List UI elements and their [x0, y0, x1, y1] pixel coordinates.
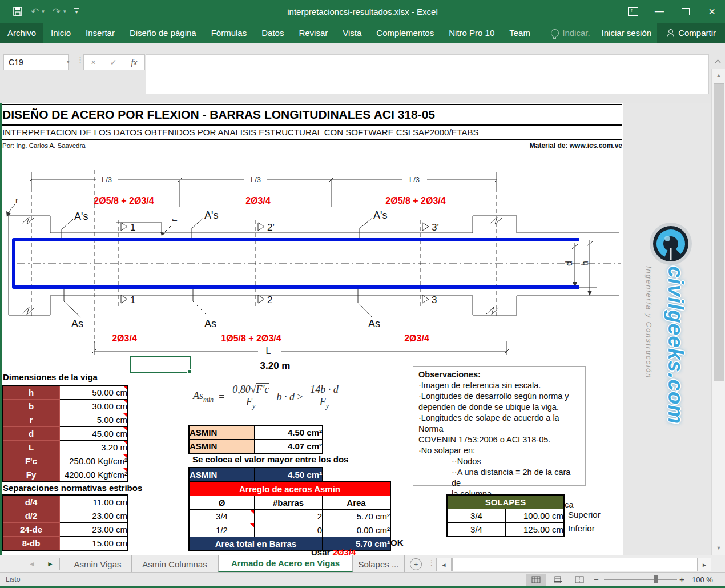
- selected-cell[interactable]: [130, 356, 191, 373]
- customize-qat-icon[interactable]: ▾: [74, 8, 79, 15]
- arreglo-diam[interactable]: 1/2: [189, 523, 255, 537]
- dim-key[interactable]: r: [2, 413, 60, 427]
- insert-function-icon[interactable]: fx: [131, 58, 138, 67]
- ribbon-tab-archivo[interactable]: Archivo: [0, 23, 43, 43]
- arreglo-area[interactable]: 5.70 cm²: [323, 510, 391, 523]
- dim-key[interactable]: b: [2, 400, 60, 413]
- arreglo-barras[interactable]: 2: [255, 510, 323, 523]
- sheet-tab-solapes[interactable]: Solapes ...: [353, 555, 405, 573]
- ribbon-tab-complementos[interactable]: Complementos: [369, 23, 441, 43]
- ribbon-tab-formulas[interactable]: Fórmulas: [204, 23, 255, 43]
- hscroll-right-icon[interactable]: ►: [698, 558, 711, 571]
- asmin-value[interactable]: 4.50 cm²: [255, 425, 323, 440]
- dim-key[interactable]: Fy: [2, 468, 60, 482]
- solapes-diam[interactable]: 3/4: [447, 509, 506, 523]
- sep-value[interactable]: 11.00 cm: [60, 495, 128, 509]
- ribbon-tab-revisar[interactable]: Revisar: [291, 23, 335, 43]
- zoom-out-icon[interactable]: −: [594, 574, 599, 584]
- close-button[interactable]: ×: [699, 0, 725, 23]
- author-label: Por: Ing. Carlos A. Saavedra: [2, 142, 86, 149]
- vertical-scroll-thumb[interactable]: [714, 83, 724, 381]
- maximize-button[interactable]: [672, 0, 699, 23]
- minimize-button[interactable]: —: [646, 0, 672, 23]
- sep-key[interactable]: 8-db: [2, 537, 60, 551]
- sep-key[interactable]: d/2: [2, 509, 60, 523]
- zoom-slider-thumb[interactable]: [654, 575, 658, 583]
- dim-value[interactable]: 5.00 cm: [60, 413, 128, 427]
- sheet-tab-asmin-vigas[interactable]: Asmin Vigas: [64, 555, 132, 573]
- sep-value[interactable]: 23.00 cm: [60, 523, 128, 537]
- cancel-icon[interactable]: ×: [91, 58, 96, 67]
- sheet-nav-right-icon[interactable]: ►: [47, 560, 54, 568]
- solapes-length[interactable]: 125.00 cm: [506, 523, 565, 537]
- ribbon-tab-diseno[interactable]: Diseño de página: [122, 23, 204, 43]
- ribbon-tab-datos[interactable]: Datos: [254, 23, 291, 43]
- redo-caret-icon[interactable]: ▾: [63, 9, 66, 14]
- dim-key[interactable]: d: [2, 427, 60, 441]
- ribbon-tab-inicio[interactable]: Inicio: [43, 23, 78, 43]
- sign-in-button[interactable]: Iniciar sesión: [596, 23, 658, 43]
- zoom-in-icon[interactable]: +: [679, 574, 684, 584]
- asmin-key[interactable]: ASMIN: [189, 425, 255, 440]
- arreglo-diam[interactable]: 3/4: [189, 510, 255, 523]
- formula-bar-collapse-button[interactable]: [711, 55, 724, 67]
- name-box-caret-icon[interactable]: ▾: [67, 59, 70, 65]
- new-sheet-icon[interactable]: +: [410, 558, 422, 570]
- arreglo-header-diam[interactable]: Ø: [189, 496, 255, 510]
- obs-line: ·Longitudes de solape de acuerdo a la No…: [418, 413, 580, 434]
- ribbon-display-options-button[interactable]: [620, 0, 646, 23]
- zoom-slider[interactable]: [604, 579, 677, 580]
- undo-icon[interactable]: ↶: [31, 7, 39, 17]
- name-box[interactable]: C19: [3, 54, 69, 70]
- sheet-tab-armado-acero[interactable]: Armado de Acero en Vigas: [218, 555, 353, 573]
- dim-key[interactable]: L: [2, 441, 60, 454]
- redo-icon[interactable]: ↷: [53, 7, 61, 17]
- scroll-down-icon[interactable]: ▼: [712, 542, 725, 554]
- dim-key[interactable]: h: [2, 385, 60, 400]
- dim-value[interactable]: 30.00 cm: [60, 400, 128, 413]
- sheet-tab-asmin-columnas[interactable]: Asmin Columnas: [132, 555, 218, 573]
- undo-caret-icon[interactable]: ▾: [42, 9, 45, 14]
- arreglo-header-barras[interactable]: #barras: [255, 496, 323, 510]
- dim-value[interactable]: 250.00 Kgf/cm²: [60, 454, 128, 468]
- sheet-nav-left-icon[interactable]: ◄: [29, 560, 35, 568]
- sep-key[interactable]: 24-de: [2, 523, 60, 537]
- ribbon-tab-nitro[interactable]: Nitro Pro 10: [441, 23, 502, 43]
- asmin-value[interactable]: 4.07 cm²: [255, 440, 323, 454]
- arreglo-header-area[interactable]: Area: [323, 496, 391, 510]
- asmin-final-value[interactable]: 4.50 cm²: [255, 468, 323, 482]
- save-icon[interactable]: [13, 6, 23, 17]
- normal-view-button[interactable]: [526, 574, 546, 586]
- asmin-final-key[interactable]: ASMIN: [189, 468, 255, 482]
- ribbon-tab-insertar[interactable]: Insertar: [78, 23, 122, 43]
- sep-value[interactable]: 15.00 cm: [60, 537, 128, 551]
- solapes-length[interactable]: 100.00 cm: [506, 509, 565, 523]
- dim-value[interactable]: 50.00 cm: [60, 385, 128, 400]
- scroll-up-icon[interactable]: ▲: [712, 70, 725, 81]
- page-break-view-button[interactable]: [570, 574, 589, 586]
- sep-value[interactable]: 23.00 cm: [60, 509, 128, 523]
- dim-value[interactable]: 3.20 m: [60, 441, 128, 454]
- hscroll-left-icon[interactable]: ◄: [436, 558, 452, 571]
- ribbon-tab-team[interactable]: Team: [502, 23, 538, 43]
- arreglo-barras[interactable]: 0: [255, 523, 323, 537]
- zoom-level[interactable]: 100 %: [692, 575, 713, 584]
- dim-value[interactable]: 4200.00 Kgf/cm²: [60, 468, 128, 482]
- arreglo-area[interactable]: 0.00 cm²: [323, 523, 391, 537]
- worksheet[interactable]: civilgeeks.com Ingeniería y Construcción…: [0, 103, 711, 555]
- dim-key[interactable]: F'c: [2, 454, 60, 468]
- civilgeeks-tagline: Ingeniería y Construcción: [645, 266, 653, 378]
- solapes-diam[interactable]: 3/4: [447, 523, 506, 537]
- horizontal-scrollbar[interactable]: [452, 558, 698, 571]
- page-layout-view-button[interactable]: [548, 574, 567, 586]
- enter-check-icon[interactable]: ✓: [110, 58, 117, 67]
- vertical-scrollbar[interactable]: ▲ ▼: [711, 69, 725, 555]
- formula-input[interactable]: [146, 54, 709, 94]
- dim-value[interactable]: 45.00 cm: [60, 427, 128, 441]
- asmin-key[interactable]: ASMIN: [189, 440, 255, 454]
- sep-key[interactable]: d/4: [2, 495, 60, 509]
- share-button[interactable]: Compartir: [657, 23, 725, 43]
- ribbon-tab-vista[interactable]: Vista: [335, 23, 369, 43]
- tell-me-box[interactable]: Indicar.: [545, 23, 595, 43]
- arreglo-total-label[interactable]: Area total en Barras: [189, 537, 323, 551]
